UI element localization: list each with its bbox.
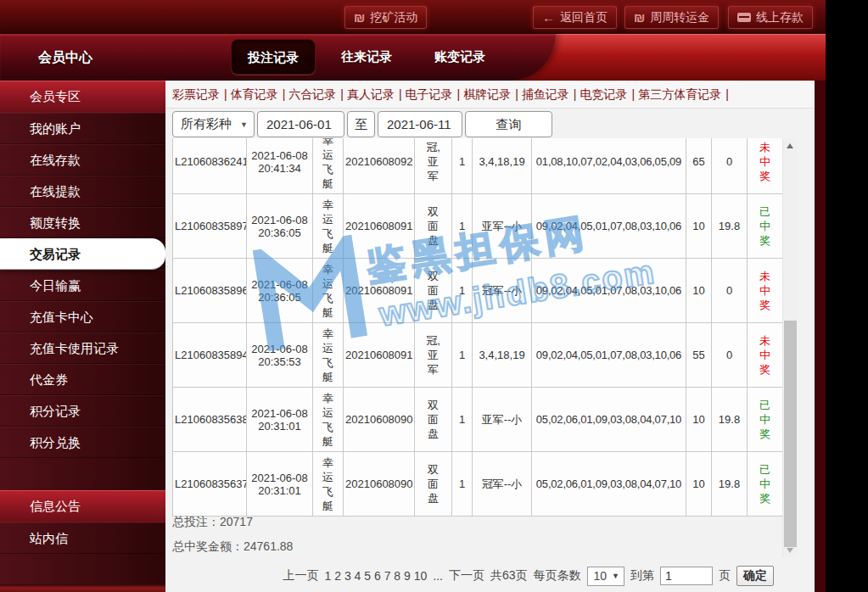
tab-bet-records[interactable]: 投注记录 [231, 39, 316, 75]
next-page-link[interactable]: 下一页 [449, 568, 484, 584]
subnav-link-board-games-records[interactable]: 棋牌记录 [463, 87, 522, 101]
bet-amount: 10 [686, 259, 712, 323]
date-to-label: 至 [347, 111, 375, 137]
chevron-down-icon: ▼ [612, 572, 619, 580]
date-to-input[interactable] [378, 111, 462, 137]
scrollbar-thumb[interactable] [784, 321, 797, 547]
goto-page-label: 到第 [630, 568, 654, 584]
record-row: L210608358972021-06-08 20:36:05幸运飞艇20210… [173, 194, 783, 259]
date-from-input[interactable] [257, 111, 344, 137]
issue-number: 20210608090 [344, 452, 415, 517]
subnav-link-lottery-records[interactable]: 彩票记录 [172, 87, 231, 101]
sidebar-item-online-deposit[interactable]: 在线存款 [0, 144, 165, 176]
draw-result: 05,02,06,01,09,03,08,04,07,10 [532, 452, 686, 517]
issue-number: 20210608091 [344, 194, 415, 259]
lottery-name: 幸运飞艇 [313, 138, 344, 194]
order-id-link[interactable]: L21060836241 [173, 138, 247, 194]
prev-page-link[interactable]: 上一页 [283, 568, 319, 584]
tab-account-change-records[interactable]: 账变记录 [417, 39, 502, 75]
order-id-link[interactable]: L21060835894 [173, 323, 247, 388]
lottery-name: 幸运飞艇 [313, 452, 344, 517]
per-page-label: 每页条数 [534, 568, 581, 584]
mining-activity-label: 挖矿活动 [370, 10, 417, 25]
per-page-value: 10 [594, 569, 608, 583]
win-amount: 19.8 [712, 388, 748, 452]
multiple: 1 [452, 259, 473, 323]
draw-result: 01,08,10,07,02,04,03,06,05,09 [532, 138, 686, 194]
lottery-name: 幸运飞艇 [313, 388, 344, 452]
order-id-link[interactable]: L21060835896 [173, 259, 247, 323]
query-button[interactable]: 查询 [465, 111, 552, 137]
subnav-link-slots-records[interactable]: 电子记录 [406, 87, 464, 101]
back-home-button[interactable]: ← 返回首页 [533, 6, 617, 29]
sidebar-item-today-win-loss[interactable]: 今日输赢 [0, 270, 165, 301]
weekly-bonus-label: 周周转运金 [650, 10, 709, 25]
total-win-value: 24761.88 [244, 539, 293, 553]
online-deposit-button[interactable]: 线上存款 [728, 6, 813, 29]
bank-card-icon [737, 13, 751, 22]
subnav-link-esports-records[interactable]: 电竞记录 [580, 87, 638, 101]
draw-result: 09,02,04,05,01,07,08,03,10,06 [532, 194, 686, 259]
record-row: L210608362412021-06-08 20:41:34幸运飞艇20210… [173, 138, 783, 194]
bet-time: 2021-06-08 20:36:05 [247, 194, 313, 259]
right-edge-strip [815, 81, 826, 592]
record-type-subnav: 彩票记录体育记录六合记录真人记录电子记录棋牌记录捕鱼记录电竞记录第三方体育记录 [165, 81, 815, 109]
status-label: 已中奖 [748, 194, 783, 259]
bet-time: 2021-06-08 20:41:34 [247, 138, 313, 194]
multiple: 1 [452, 452, 473, 517]
sidebar-item-recharge-card-usage[interactable]: 充值卡使用记录 [0, 332, 165, 364]
play-type: 双面盘 [415, 388, 452, 452]
record-row: L210608356382021-06-08 20:31:01幸运飞艇20210… [173, 388, 783, 452]
lottery-name: 幸运飞艇 [313, 194, 344, 259]
sidebar-item-recharge-card-center[interactable]: 充值卡中心 [0, 301, 165, 332]
sidebar-item-quota-exchange[interactable]: 额度转换 [0, 207, 165, 238]
scroll-up-arrow-icon[interactable] [787, 143, 793, 148]
sidebar-item-my-account[interactable]: 我的账户 [0, 113, 165, 144]
win-amount: 19.8 [712, 452, 748, 517]
sidebar-item-announcements[interactable]: 信息公告 [0, 490, 165, 522]
lottery-type-select[interactable]: 所有彩种 ▼ [172, 111, 255, 137]
draw-result: 09,02,04,05,01,07,08,03,10,06 [532, 259, 686, 323]
issue-number: 20210608091 [344, 323, 415, 388]
sidebar-item-voucher[interactable]: 代金券 [0, 364, 165, 395]
total-bet-value: 20717 [220, 515, 253, 528]
confirm-button[interactable]: 确定 [736, 566, 774, 586]
sidebar-item-points-exchange[interactable]: 积分兑换 [0, 427, 165, 458]
tab-transfer-records[interactable]: 往来记录 [324, 39, 409, 75]
win-amount: 0 [712, 259, 748, 323]
subnav-link-live-casino-records[interactable]: 真人记录 [347, 87, 406, 101]
status-label: 未中奖 [748, 259, 783, 323]
subnav-link-sports-records[interactable]: 体育记录 [231, 87, 289, 101]
bet-amount: 10 [686, 388, 712, 452]
goto-page-input[interactable] [660, 567, 713, 585]
win-amount: 0 [712, 323, 748, 388]
order-id-link[interactable]: L21060835637 [173, 452, 247, 517]
sidebar-item-transaction-records[interactable]: 交易记录 [0, 238, 165, 270]
mining-activity-button[interactable]: ₪ 挖矿活动 [344, 6, 427, 29]
sidebar-item-points-records[interactable]: 积分记录 [0, 395, 165, 427]
bet-content: 3,4,18,19 [473, 323, 532, 388]
bet-content: 3,4,18,19 [473, 138, 532, 194]
online-deposit-label: 线上存款 [756, 10, 804, 25]
page-number-links[interactable]: 1 2 3 4 5 6 7 8 9 10 [325, 569, 428, 583]
draw-result: 09,02,04,05,01,07,08,03,10,06 [532, 323, 686, 388]
per-page-select[interactable]: 10 ▼ [587, 567, 625, 586]
member-center-title: 会员中心 [38, 34, 92, 81]
total-pages-label: 共63页 [490, 568, 528, 584]
subnav-link-fishing-records[interactable]: 捕鱼记录 [522, 87, 580, 101]
weekly-bonus-button[interactable]: ₪ 周周转运金 [624, 6, 719, 29]
scroll-down-arrow-icon[interactable] [787, 548, 793, 553]
sidebar-item-online-withdraw[interactable]: 在线提款 [0, 176, 165, 207]
sidebar-item-member-zone[interactable]: 会员专区 [0, 81, 165, 113]
table-scrollbar[interactable] [782, 138, 797, 558]
play-type: 双面盘 [415, 259, 452, 323]
sidebar-item-site-mail[interactable]: 站内信 [0, 522, 165, 554]
order-id-link[interactable]: L21060835638 [173, 388, 247, 452]
subnav-link-third-party-sports-records[interactable]: 第三方体育记录 [638, 87, 732, 101]
bet-content: 冠军--小 [473, 452, 532, 517]
subnav-link-liuhe-records[interactable]: 六合记录 [288, 87, 347, 101]
order-id-link[interactable]: L21060835897 [173, 194, 247, 259]
issue-number: 20210608091 [344, 259, 415, 323]
records-table-container: L210608362412021-06-08 20:41:34幸运飞艇20210… [172, 138, 782, 517]
draw-result: 05,02,06,01,09,03,08,04,07,10 [532, 388, 686, 452]
